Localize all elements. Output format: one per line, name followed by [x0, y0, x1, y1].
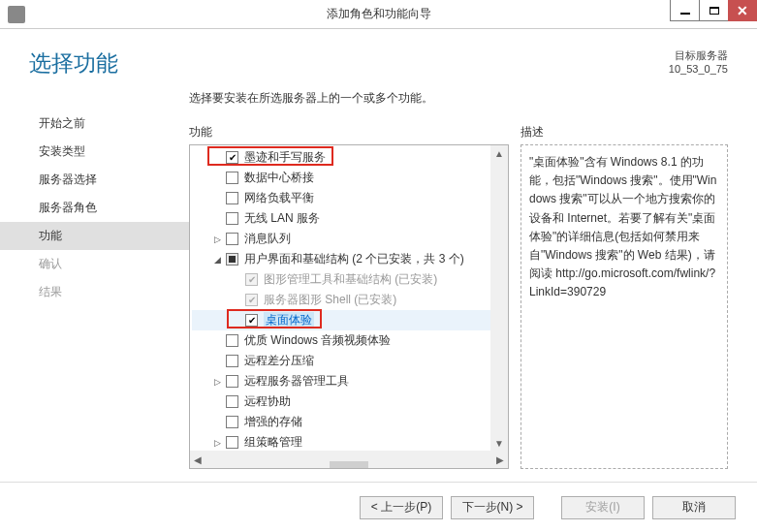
scroll-left-icon[interactable]: ◀ — [190, 452, 205, 467]
checkbox-icon[interactable] — [226, 334, 238, 347]
checkbox-icon[interactable] — [226, 212, 238, 225]
description-box: "桌面体验"含有 Windows 8.1 的功能，包括"Windows 搜索"。… — [520, 144, 728, 469]
tree-item-rdc[interactable]: 远程差分压缩 — [192, 351, 508, 371]
checkbox-disabled-icon — [245, 273, 258, 286]
app-icon — [8, 6, 25, 23]
cancel-button[interactable]: 取消 — [652, 496, 736, 519]
tree-item-nlb[interactable]: 网络负载平衡 — [192, 188, 508, 208]
tree-item-rsat[interactable]: ▷远程服务器管理工具 — [192, 371, 508, 391]
previous-button[interactable]: < 上一步(P) — [360, 496, 443, 519]
tree-item-gpm[interactable]: ▷组策略管理 — [192, 432, 508, 451]
destination-server-block: 目标服务器 10_53_0_75 — [669, 48, 728, 77]
description-column: 描述 "桌面体验"含有 Windows 8.1 的功能，包括"Windows 搜… — [520, 90, 728, 469]
tree-item-qwave[interactable]: 优质 Windows 音频视频体验 — [192, 330, 508, 351]
title-bar: 添加角色和功能向导 ✕ — [0, 0, 757, 29]
checkbox-partial-icon[interactable] — [226, 253, 238, 266]
sidebar-item-confirm[interactable]: 确认 — [0, 250, 189, 278]
minimize-button[interactable] — [670, 0, 699, 21]
tree-item-datacenter-bridging[interactable]: 数据中心桥接 — [192, 168, 508, 188]
chevron-right-icon[interactable]: ▷ — [211, 437, 223, 449]
sidebar-item-server-select[interactable]: 服务器选择 — [0, 166, 189, 194]
checkbox-icon[interactable] — [226, 233, 238, 245]
wizard-header: 选择功能 目标服务器 10_53_0_75 — [0, 29, 757, 84]
tree-item-server-shell: 服务器图形 Shell (已安装) — [192, 290, 508, 310]
instruction-text: 选择要安装在所选服务器上的一个或多个功能。 — [189, 90, 509, 107]
tree-item-ui-infra[interactable]: ◢用户界面和基础结构 (2 个已安装，共 3 个) — [192, 249, 508, 269]
destination-label: 目标服务器 — [669, 48, 728, 62]
wizard-footer: < 上一步(P) 下一步(N) > 安装(I) 取消 — [0, 482, 757, 532]
checkbox-icon[interactable] — [226, 172, 238, 184]
checkbox-icon[interactable] — [226, 192, 238, 204]
scroll-up-icon[interactable]: ▲ — [491, 145, 507, 161]
wizard-body: 开始之前 安装类型 服务器选择 服务器角色 功能 确认 结果 选择要安装在所选服… — [0, 84, 757, 469]
chevron-right-icon[interactable]: ▷ — [211, 234, 223, 245]
chevron-down-icon[interactable]: ◢ — [211, 254, 223, 266]
features-column: 选择要安装在所选服务器上的一个或多个功能。 功能 墨迹和手写服务 数据中心桥接 … — [189, 90, 509, 469]
checkbox-icon[interactable] — [226, 151, 238, 164]
tree-item-desktop-experience[interactable]: 桌面体验 — [192, 310, 508, 330]
sidebar-item-features[interactable]: 功能 — [0, 222, 189, 250]
scroll-right-icon[interactable]: ▶ — [492, 452, 508, 467]
checkbox-icon[interactable] — [226, 375, 238, 388]
window-controls: ✕ — [670, 0, 757, 21]
vertical-scrollbar[interactable]: ▲ ▼ — [490, 145, 508, 451]
checkbox-disabled-icon — [245, 294, 258, 306]
sidebar-item-install-type[interactable]: 安装类型 — [0, 138, 189, 166]
checkbox-icon[interactable] — [226, 436, 238, 449]
tree-item-remote-assist[interactable]: 远程协助 — [192, 391, 508, 412]
sidebar-item-results[interactable]: 结果 — [0, 278, 189, 306]
tree-item-wireless-lan[interactable]: 无线 LAN 服务 — [192, 208, 508, 229]
tree-item-ink[interactable]: 墨迹和手写服务 — [192, 147, 508, 168]
features-label: 功能 — [189, 124, 509, 141]
features-tree[interactable]: 墨迹和手写服务 数据中心桥接 网络负载平衡 无线 LAN 服务 ▷消息队列 — [189, 144, 509, 469]
next-button[interactable]: 下一步(N) > — [451, 496, 534, 519]
checkbox-icon[interactable] — [226, 416, 238, 428]
main-panel: 选择要安装在所选服务器上的一个或多个功能。 功能 墨迹和手写服务 数据中心桥接 … — [189, 84, 740, 469]
horizontal-scrollbar[interactable]: ◀ ▶ — [190, 451, 508, 468]
close-button[interactable]: ✕ — [728, 0, 757, 21]
install-button: 安装(I) — [561, 496, 645, 519]
sidebar: 开始之前 安装类型 服务器选择 服务器角色 功能 确认 结果 — [0, 84, 189, 469]
destination-value: 10_53_0_75 — [669, 62, 728, 76]
scroll-thumb[interactable] — [330, 461, 368, 469]
checkbox-icon[interactable] — [245, 314, 258, 327]
scroll-down-icon[interactable]: ▼ — [491, 435, 507, 451]
sidebar-item-server-roles[interactable]: 服务器角色 — [0, 194, 189, 222]
maximize-button[interactable] — [699, 0, 728, 21]
tree-item-enhanced-storage[interactable]: 增强的存储 — [192, 412, 508, 432]
window-title: 添加角色和功能向导 — [327, 6, 431, 22]
tree-item-gfx-tools: 图形管理工具和基础结构 (已安装) — [192, 269, 508, 290]
checkbox-icon[interactable] — [226, 395, 238, 408]
checkbox-icon[interactable] — [226, 355, 238, 367]
page-title: 选择功能 — [29, 48, 118, 78]
tree-item-msg-queue[interactable]: ▷消息队列 — [192, 229, 508, 249]
description-label: 描述 — [520, 124, 728, 141]
sidebar-item-before-begin[interactable]: 开始之前 — [0, 110, 189, 138]
chevron-right-icon[interactable]: ▷ — [211, 376, 223, 388]
